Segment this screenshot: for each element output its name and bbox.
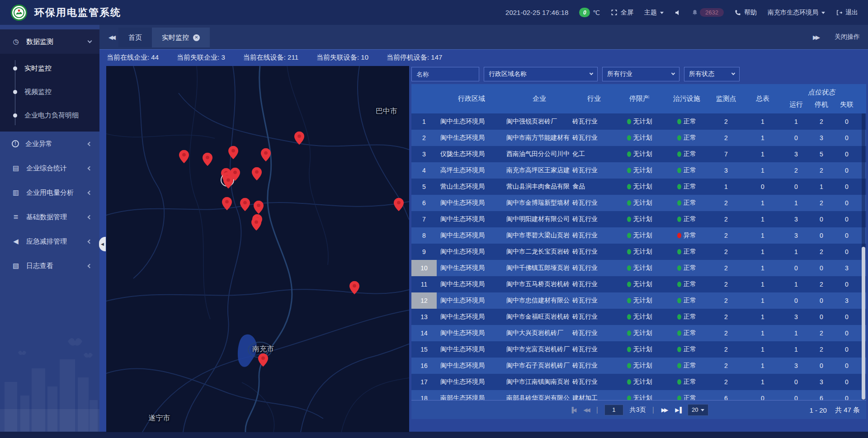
stat-label: 当前失联设备:	[316, 53, 361, 61]
name-filter-input[interactable]	[411, 67, 479, 81]
speaker-button[interactable]	[675, 9, 681, 16]
facility-status-dot	[677, 314, 681, 320]
first-page-button[interactable]: ▐◀	[569, 407, 576, 413]
prev-page-button[interactable]: ◀◀	[582, 407, 590, 413]
cell-stop-count: 6	[809, 395, 834, 400]
sidebar-item-enterprise-abnormal[interactable]: !企业异常	[0, 132, 99, 156]
cell-index: 5	[411, 179, 437, 195]
map-pin[interactable]	[258, 353, 268, 367]
cell-index: 3	[411, 146, 437, 162]
cell-lost-count: 0	[834, 395, 859, 400]
cell-index: 11	[411, 276, 437, 292]
next-page-button[interactable]: ▶▶	[660, 407, 668, 413]
cell-index: 12	[411, 292, 437, 309]
table-row[interactable]: 15阆中生态环境局阆中市光富页岩机砖厂砖瓦行业无计划正常21120	[411, 341, 866, 358]
sidebar-subitem-video-monitor[interactable]: 视频监控	[0, 80, 99, 104]
table-row[interactable]: 1阆中生态环境局阆中强锐页岩砖厂砖瓦行业无计划正常21120	[411, 113, 866, 130]
tab-realtime[interactable]: 实时监控✕	[152, 28, 210, 47]
sidebar-subitem-realtime-monitor[interactable]: 实时监控	[0, 57, 99, 80]
cell-industry: 砖瓦行业	[572, 297, 616, 305]
cell-region: 高坪生态环境局	[437, 166, 506, 174]
cell-lost-count: 0	[834, 248, 859, 255]
fullscreen-button[interactable]: 全屏	[611, 9, 633, 17]
map-pin[interactable]	[349, 281, 359, 294]
cell-monitor-count: 2	[710, 118, 742, 125]
table-row[interactable]: 13阆中生态环境局阆中市金福旺页岩机砖砖瓦行业无计划正常21300	[411, 309, 866, 325]
map-pin[interactable]	[240, 198, 250, 212]
map-pin[interactable]	[261, 148, 271, 161]
sidebar-subitem-power-load-detail[interactable]: 企业电力负荷明细	[0, 104, 99, 127]
close-operations-button[interactable]: 关闭操作	[835, 33, 860, 41]
table-row[interactable]: 10阆中生态环境局阆中千佛镇五郎垭页岩砖瓦行业无计划正常21003	[411, 260, 866, 276]
logout-button[interactable]: 退出	[836, 9, 858, 17]
page-size-select[interactable]: 20	[688, 404, 708, 416]
map-pin[interactable]	[223, 175, 233, 188]
map-pin[interactable]	[254, 200, 264, 214]
notification-area[interactable]: 2632	[692, 8, 724, 17]
cell-production: 无计划	[616, 394, 663, 400]
cell-run-count: 3	[783, 313, 809, 320]
table-row[interactable]: 6阆中生态环境局阆中市金博瑞新型墙材砖瓦行业无计划正常21120	[411, 195, 866, 211]
temperature: 0 ℃	[579, 8, 600, 17]
region-filter-select[interactable]: 行政区域名称	[484, 67, 598, 81]
cell-industry: 砖瓦行业	[572, 134, 616, 142]
last-page-button[interactable]: ▶▐	[674, 407, 681, 413]
city-label: 南充市	[252, 344, 274, 354]
tabs-scroll-left-button[interactable]: ◀◀	[104, 34, 118, 41]
table-row[interactable]: 7阆中生态环境局阆中明阳建材有限公司砖瓦行业无计划正常21300	[411, 211, 866, 227]
cell-lost-count: 0	[834, 346, 859, 353]
cell-meter-count: 1	[742, 264, 783, 272]
app-header: 环保用电监管系统 2021-02-25 17:46:18 0 ℃ 全屏 主题	[0, 0, 868, 25]
table-row[interactable]: 3仪陇生态环境局西南油气田分公司川中化工无计划正常71350	[411, 146, 866, 162]
sidebar-item-emergency-reduction[interactable]: ◀应急减排管理	[0, 229, 99, 254]
tab-label: 实时监控	[162, 33, 189, 42]
org-dropdown[interactable]: 南充市生态环境局	[768, 9, 825, 17]
sidebar-item-base-data-mgmt[interactable]: ≡基础数据管理	[0, 205, 99, 229]
table-row[interactable]: 16阆中生态环境局阆中市石子页岩机砖厂砖瓦行业无计划正常21300	[411, 358, 866, 374]
cell-company: 阆中大兴页岩机砖厂	[506, 329, 572, 337]
table-row[interactable]: 17阆中生态环境局阆中市江南镇阆南页岩砖瓦行业无计划正常21030	[411, 374, 866, 390]
map-pin[interactable]	[203, 152, 212, 166]
tab-home[interactable]: 首页	[118, 28, 152, 47]
table-row[interactable]: 2阆中生态环境局阆中市南方节能建材有砖瓦行业无计划正常21030	[411, 130, 866, 146]
scrollbar-thumb[interactable]	[862, 247, 865, 400]
cell-region: 阆中生态环境局	[437, 199, 506, 207]
table-row[interactable]: 11阆中生态环境局阆中市五马桥页岩机砖砖瓦行业无计划正常21120	[411, 276, 866, 292]
table-row[interactable]: 18南部生态环境局南部县砖华页岩有限公建材加工无计划正常60060	[411, 390, 866, 400]
map-pin[interactable]	[222, 197, 232, 210]
cell-company: 阆中市金福旺页岩机砖	[506, 313, 572, 321]
map-pin[interactable]	[228, 146, 238, 160]
map-pin[interactable]	[394, 198, 404, 212]
range-label: 1 - 20	[810, 406, 827, 414]
cell-production: 无计划	[616, 215, 663, 223]
table-row[interactable]: 9阆中生态环境局阆中市二龙长宝页岩砖砖瓦行业无计划正常21120	[411, 244, 866, 260]
table-row[interactable]: 4高坪生态环境局南充市高坪区王家店建砖瓦行业无计划正常31220	[411, 162, 866, 179]
cell-run-count: 3	[783, 232, 809, 239]
table-row[interactable]: 12阆中生态环境局阆中市忠信建材有限公砖瓦行业无计划正常21003	[411, 292, 866, 309]
page-input[interactable]	[604, 405, 623, 415]
help-button[interactable]: 帮助	[735, 9, 757, 17]
sidebar-item-power-usage-analysis[interactable]: ▥企业用电量分析	[0, 180, 99, 205]
cell-meter-count: 1	[742, 297, 783, 304]
map-pin[interactable]	[252, 167, 262, 180]
sidebar-item-enterprise-stats[interactable]: ▤企业综合统计	[0, 156, 99, 180]
table-row[interactable]: 5营山生态环境局营山县润丰肉食品有限食品无计划正常10010	[411, 179, 866, 195]
table-row[interactable]: 8阆中生态环境局阆中市枣碧大梁山页岩砖瓦行业无计划异常21300	[411, 227, 866, 244]
map-pin[interactable]	[294, 131, 304, 145]
pagination-divider: |	[596, 406, 598, 414]
table-scrollbar[interactable]	[862, 113, 865, 400]
status-filter-select[interactable]: 所有状态	[684, 67, 740, 81]
sidebar-group-log-view: ▧日志查看	[0, 254, 99, 278]
sidebar-item-data-monitoring[interactable]: ◷数据监测	[0, 29, 99, 54]
page-size-value: 20	[692, 406, 698, 413]
map-panel[interactable]: 巴中市南充市遂宁市	[106, 66, 409, 432]
tab-close-icon[interactable]: ✕	[193, 34, 200, 41]
chevron-left-icon	[88, 141, 92, 146]
table-row[interactable]: 14阆中生态环境局阆中大兴页岩机砖厂砖瓦行业无计划正常21120	[411, 325, 866, 341]
tabs-scroll-right-button[interactable]: ▶▶	[808, 34, 823, 41]
map-pin[interactable]	[179, 150, 189, 163]
theme-dropdown[interactable]: 主题	[644, 9, 664, 17]
map-pin[interactable]	[251, 217, 261, 231]
industry-filter-select[interactable]: 所有行业	[602, 67, 679, 81]
sidebar-item-log-view[interactable]: ▧日志查看	[0, 254, 99, 278]
